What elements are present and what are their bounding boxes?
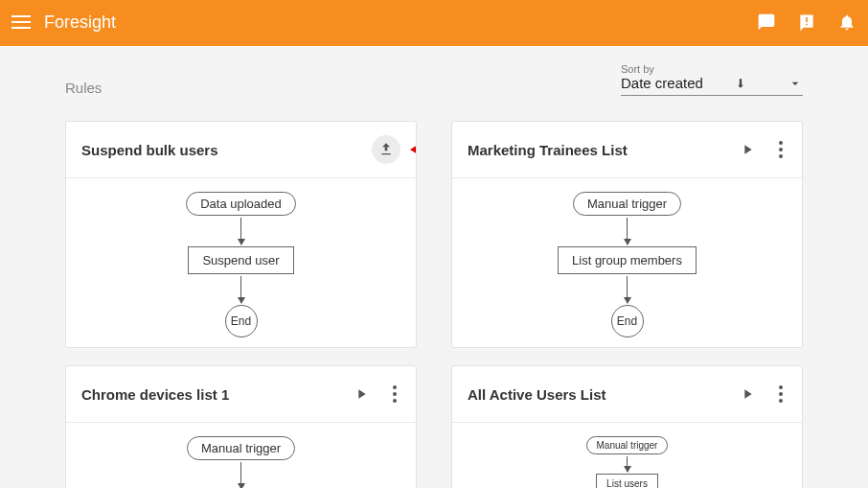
flow-trigger: Manual trigger — [586, 436, 669, 454]
rule-title: Suspend bulk users — [81, 142, 218, 158]
sort-label: Sort by — [621, 63, 803, 75]
play-icon — [740, 386, 755, 402]
more-menu[interactable] — [389, 382, 400, 407]
play-icon — [740, 142, 755, 157]
flow-end: End — [225, 305, 258, 337]
rule-flow: Manual trigger List Chrome devices — [66, 423, 416, 488]
more-menu[interactable] — [775, 137, 787, 162]
rule-card: Suspend bulk users Data uploaded Suspend… — [65, 121, 417, 348]
sort-direction-icon[interactable] — [734, 77, 747, 90]
chevron-down-icon[interactable] — [788, 76, 803, 91]
app-title: Foresight — [44, 12, 116, 33]
run-button[interactable] — [733, 135, 762, 164]
flow-step: Suspend user — [188, 246, 293, 274]
rule-flow: Manual trigger List group members End — [452, 178, 802, 347]
play-icon — [354, 386, 369, 402]
chat-icon[interactable] — [757, 12, 776, 32]
rule-card: All Active Users List Manual trigger Lis… — [451, 365, 803, 488]
sort-dropdown[interactable]: Sort by Date created — [621, 63, 803, 96]
arrow-down-icon — [627, 276, 628, 303]
flow-trigger: Manual trigger — [187, 436, 295, 460]
svg-rect-0 — [806, 17, 808, 22]
rule-title: Chrome devices list 1 — [81, 386, 229, 403]
rule-card: Chrome devices list 1 Manual trigger Lis… — [65, 365, 417, 488]
flow-trigger: Manual trigger — [573, 192, 681, 216]
rule-title: All Active Users List — [468, 386, 606, 403]
rule-card: Marketing Trainees List Manual trigger L… — [451, 121, 803, 348]
rule-flow: Manual trigger List users — [452, 423, 802, 488]
annotation-arrow — [410, 141, 417, 158]
flow-step: List users — [596, 474, 658, 488]
rule-title: Marketing Trainees List — [468, 142, 628, 158]
run-button[interactable] — [733, 380, 762, 408]
book-icon[interactable] — [797, 12, 816, 32]
bell-icon[interactable] — [837, 12, 857, 32]
page-header: Rules Sort by Date created — [65, 63, 803, 96]
rule-flow: Data uploaded Suspend user End — [66, 178, 416, 347]
flow-step: List group members — [558, 246, 697, 274]
arrow-down-icon — [240, 462, 241, 488]
page-title: Rules — [65, 80, 102, 96]
arrow-down-icon — [240, 218, 241, 244]
flow-end: End — [611, 305, 644, 337]
arrow-down-icon — [240, 276, 241, 303]
more-menu[interactable] — [775, 382, 787, 407]
sort-value: Date created — [621, 75, 703, 91]
run-button[interactable] — [347, 380, 376, 408]
rules-grid: Suspend bulk users Data uploaded Suspend… — [65, 121, 803, 488]
upload-button[interactable] — [372, 135, 400, 164]
arrow-down-icon — [627, 456, 628, 472]
top-bar: Foresight — [0, 0, 868, 46]
menu-icon[interactable] — [11, 15, 31, 29]
arrow-down-icon — [627, 218, 628, 244]
svg-rect-1 — [806, 24, 808, 26]
upload-icon — [378, 142, 394, 157]
flow-trigger: Data uploaded — [186, 192, 296, 216]
